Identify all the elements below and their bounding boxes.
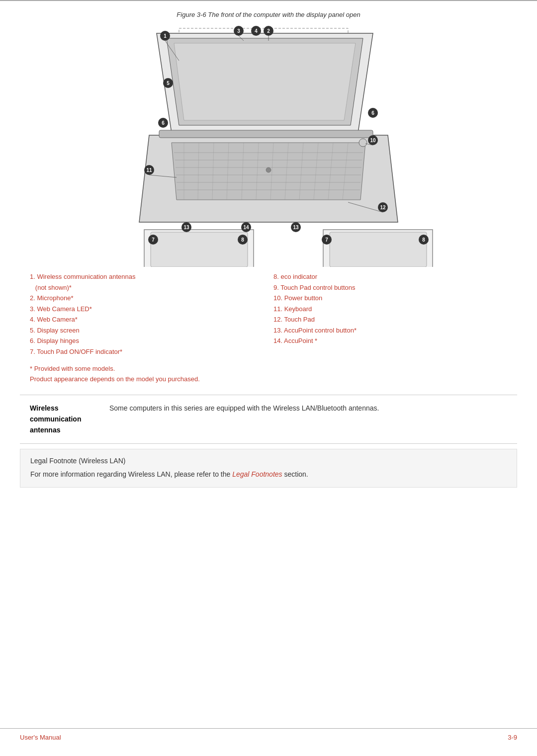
svg-text:6: 6 xyxy=(371,110,374,116)
svg-text:8: 8 xyxy=(422,237,425,243)
page-footer: User's Manual 3-9 xyxy=(0,728,537,746)
wireless-section: Wireless communication antennas Some com… xyxy=(20,395,517,444)
svg-point-37 xyxy=(266,168,271,172)
svg-text:10: 10 xyxy=(370,138,376,143)
note-line2: Product appearance depends on the model … xyxy=(30,374,507,385)
legend-item-14: 14. AccuPoint * xyxy=(273,336,507,346)
legend-col-left: 1. Wireless communication antennas (not … xyxy=(30,272,264,356)
wireless-label: Wireless communication antennas xyxy=(30,403,90,436)
legal-text-before: For more information regarding Wireless … xyxy=(30,470,232,478)
legend-section: 1. Wireless communication antennas (not … xyxy=(0,267,537,361)
svg-rect-24 xyxy=(159,130,373,138)
legal-text: For more information regarding Wireless … xyxy=(30,469,507,480)
svg-marker-3 xyxy=(174,43,356,120)
legend-item-8: 8. eco indicator xyxy=(273,272,507,282)
legend-item-2: 2. Microphone* xyxy=(30,293,264,303)
legend-item-12: 12. Touch Pad xyxy=(273,315,507,325)
wireless-label-line2: communication xyxy=(30,415,81,423)
wireless-label-line3: antennas xyxy=(30,426,60,434)
svg-text:12: 12 xyxy=(380,205,386,210)
svg-point-25 xyxy=(359,139,367,147)
wireless-label-line1: Wireless xyxy=(30,404,58,412)
note-line1: * Provided with some models. xyxy=(30,364,507,374)
svg-text:14: 14 xyxy=(243,225,249,230)
legend-item-1: 1. Wireless communication antennas xyxy=(30,272,264,282)
legend-col-right: 8. eco indicator 9. Touch Pad control bu… xyxy=(273,272,507,356)
legal-footnote-box: Legal Footnote (Wireless LAN) For more i… xyxy=(20,449,517,488)
laptop-diagram: ●A0 ψ □ ≡ T₂ ⊟ A ●A0 ψ □ ≡ T₂ ⊟ 1 2 xyxy=(80,23,457,267)
footer-manual-label: User's Manual xyxy=(20,734,61,741)
legal-footnotes-link[interactable]: Legal Footnotes xyxy=(232,470,282,478)
legend-item-10: 10. Power button xyxy=(273,293,507,303)
svg-text:7: 7 xyxy=(152,237,155,243)
svg-text:6: 6 xyxy=(162,120,165,126)
legal-title: Legal Footnote (Wireless LAN) xyxy=(30,457,507,465)
legend-item-7: 7. Touch Pad ON/OFF indicator* xyxy=(30,347,264,357)
legend-item-6: 6. Display hinges xyxy=(30,336,264,346)
svg-text:5: 5 xyxy=(167,81,170,86)
legend-item-3: 3. Web Camera LED* xyxy=(30,304,264,314)
wireless-description: Some computers in this series are equipp… xyxy=(109,403,507,414)
figure-caption: Figure 3-6 The front of the computer wit… xyxy=(177,11,360,18)
note-section: * Provided with some models. Product app… xyxy=(0,361,537,390)
legend-item-13: 13. AccuPoint control button* xyxy=(273,326,507,336)
svg-text:8: 8 xyxy=(241,237,244,243)
svg-text:3: 3 xyxy=(237,28,240,34)
svg-text:1: 1 xyxy=(164,33,167,39)
svg-rect-33 xyxy=(330,232,427,267)
svg-rect-27 xyxy=(151,232,248,267)
svg-text:2: 2 xyxy=(267,28,270,34)
svg-text:4: 4 xyxy=(255,28,258,34)
diagram-container: ●A0 ψ □ ≡ T₂ ⊟ A ●A0 ψ □ ≡ T₂ ⊟ 1 2 xyxy=(80,23,457,267)
legend-item-4: 4. Web Camera* xyxy=(30,315,264,325)
svg-text:13: 13 xyxy=(183,225,189,230)
top-border xyxy=(0,0,537,1)
legend-item-5: 5. Display screen xyxy=(30,326,264,336)
footer-page-number: 3-9 xyxy=(508,734,517,741)
legal-text-after: section. xyxy=(282,470,308,478)
svg-text:13: 13 xyxy=(293,225,299,230)
svg-text:7: 7 xyxy=(325,237,328,243)
page-container: Figure 3-6 The front of the computer wit… xyxy=(0,0,537,756)
legend-item-9: 9. Touch Pad control buttons xyxy=(273,283,507,293)
svg-text:11: 11 xyxy=(146,168,152,173)
legend-item-11: 11. Keyboard xyxy=(273,304,507,314)
figure-section: Figure 3-6 The front of the computer wit… xyxy=(0,6,537,267)
legend-item-1b: (not shown)* xyxy=(30,283,264,293)
